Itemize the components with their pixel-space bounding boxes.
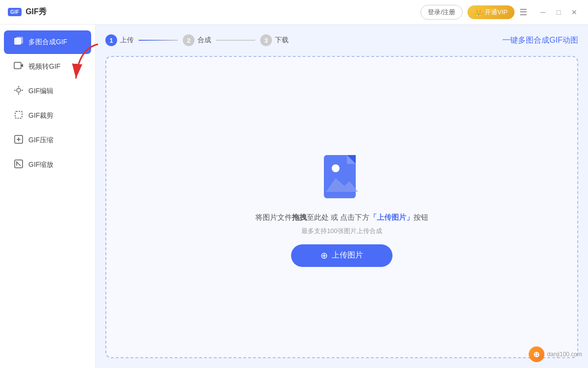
upload-sub-hint: 最多支持100张图片上传合成	[301, 227, 382, 236]
content-area: 1 上传 2 合成 3 下载 一键多图合成GIF动图	[96, 25, 588, 368]
sidebar-label-gif-compress: GIF压缩	[28, 136, 53, 145]
step-2: 2 合成	[183, 34, 211, 46]
watermark-icon: ⊕	[529, 346, 544, 362]
upload-btn-icon: ⊕	[320, 250, 328, 261]
main-layout: 多图合成GIF 视频转GIF GIF编辑	[0, 25, 588, 368]
gif-compress-icon	[14, 134, 24, 146]
step-3: 3 下载	[260, 34, 289, 46]
sidebar-label-multi-gif: 多图合成GIF	[28, 38, 67, 47]
maximize-button[interactable]: □	[553, 6, 564, 18]
svg-point-17	[332, 164, 340, 172]
watermark-text: danji100.com	[547, 351, 582, 358]
steps-bar: 1 上传 2 合成 3 下载 一键多图合成GIF动图	[105, 34, 578, 46]
sidebar-label-video-gif: 视频转GIF	[28, 62, 60, 71]
hint-end: 按钮	[414, 213, 428, 221]
watermark: ⊕ danji100.com	[529, 346, 582, 362]
minimize-button[interactable]: ─	[537, 6, 549, 18]
step-1-number: 1	[105, 34, 117, 46]
step-line-1-2	[139, 40, 178, 41]
gif-crop-icon	[14, 110, 24, 122]
sidebar-item-gif-compress[interactable]: GIF压缩	[4, 129, 91, 152]
step-1-label: 上传	[120, 36, 134, 45]
vip-button[interactable]: 👑 开通VIP	[467, 5, 514, 19]
title-bar-right: 登录/注册 👑 开通VIP ☰ ─ □ ✕	[420, 5, 580, 20]
sidebar-label-gif-zoom: GIF缩放	[28, 160, 53, 169]
sidebar-item-gif-edit[interactable]: GIF编辑	[4, 79, 91, 103]
upload-hint-text: 将图片文件拖拽至此处 或 点击下方「上传图片」按钮	[255, 210, 428, 224]
vip-label: 开通VIP	[485, 8, 508, 17]
page-title: 一键多图合成GIF动图	[502, 35, 578, 46]
app-name: GIF秀	[25, 7, 47, 17]
svg-rect-2	[14, 62, 21, 69]
step-2-number: 2	[183, 34, 195, 46]
step-2-label: 合成	[197, 36, 211, 45]
crown-icon: 👑	[474, 8, 483, 16]
file-icon-svg	[320, 148, 364, 202]
gif-edit-icon	[14, 85, 24, 97]
upload-zone[interactable]: 将图片文件拖拽至此处 或 点击下方「上传图片」按钮 最多支持100张图片上传合成…	[105, 56, 578, 358]
window-controls: ─ □ ✕	[537, 6, 580, 18]
svg-rect-9	[15, 111, 22, 118]
hint-prefix: 将图片文件	[255, 213, 292, 221]
login-button[interactable]: 登录/注册	[420, 5, 463, 20]
step-3-label: 下载	[275, 36, 289, 45]
gif-zoom-icon	[14, 159, 24, 171]
svg-point-4	[17, 88, 21, 92]
step-1: 1 上传	[105, 34, 134, 46]
file-illustration	[320, 148, 364, 202]
close-button[interactable]: ✕	[568, 6, 580, 18]
steps-left: 1 上传 2 合成 3 下载	[105, 34, 289, 46]
menu-icon[interactable]: ☰	[519, 7, 527, 18]
app-branding: GIF GIF秀	[8, 7, 47, 17]
step-3-number: 3	[260, 34, 272, 46]
hint-middle: 至此处 或 点击下方	[307, 213, 369, 221]
app-logo: GIF	[8, 8, 22, 16]
video-gif-icon	[14, 61, 24, 73]
sidebar-label-gif-edit: GIF编辑	[28, 87, 53, 96]
sidebar-item-multi-gif[interactable]: 多图合成GIF	[4, 30, 91, 54]
hint-highlight: 「上传图片」	[369, 213, 414, 221]
multi-gif-icon	[14, 36, 24, 48]
sidebar-item-video-gif[interactable]: 视频转GIF	[4, 55, 91, 79]
sidebar-item-gif-crop[interactable]: GIF裁剪	[4, 104, 91, 128]
sidebar-label-gif-crop: GIF裁剪	[28, 111, 53, 120]
upload-button[interactable]: ⊕ 上传图片	[291, 244, 392, 267]
upload-btn-label: 上传图片	[332, 250, 363, 261]
sidebar-item-gif-zoom[interactable]: GIF缩放	[4, 153, 91, 177]
hint-bold: 拖拽	[292, 213, 307, 221]
title-bar: GIF GIF秀 登录/注册 👑 开通VIP ☰ ─ □ ✕	[0, 0, 588, 25]
sidebar: 多图合成GIF 视频转GIF GIF编辑	[0, 25, 96, 368]
step-line-2-3	[216, 40, 255, 41]
